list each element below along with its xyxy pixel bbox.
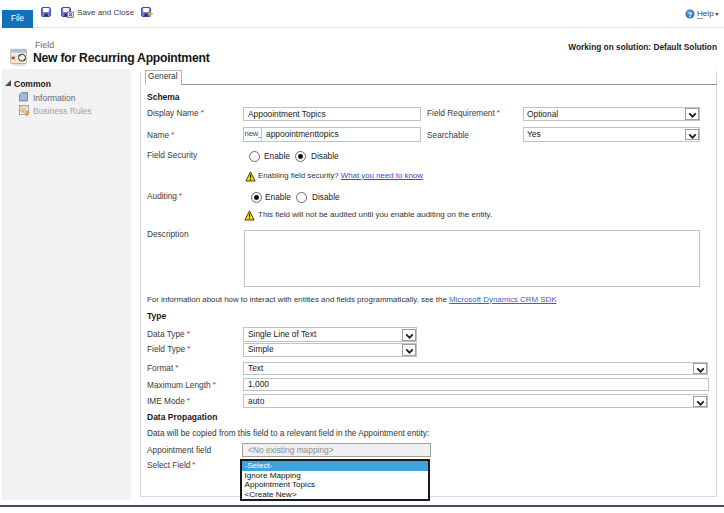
svg-text:?: ? — [688, 10, 693, 19]
